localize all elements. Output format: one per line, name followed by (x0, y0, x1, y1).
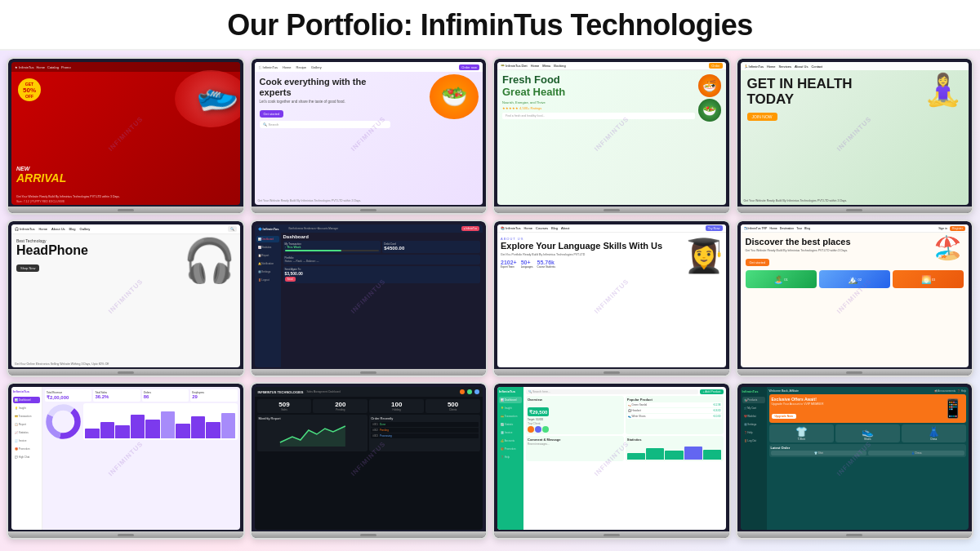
user-icon-10[interactable] (467, 389, 472, 394)
sidebar-products-12[interactable]: 🛍️ Products (742, 397, 765, 403)
sidebar-stats-9[interactable]: 📈 Statistics (13, 429, 40, 436)
nav-blog-8[interactable]: Blog (804, 227, 810, 230)
nav-announcements[interactable]: 📢 Announcements (934, 389, 956, 393)
shop-now-btn[interactable]: Shop Now (16, 264, 39, 272)
nav-home-5[interactable]: Home (38, 227, 47, 231)
stat-sales-val-10: 509 (259, 401, 310, 408)
sidebar-notification[interactable]: 🔔 Notification (256, 260, 279, 267)
get-started-btn-8[interactable]: Get started (746, 259, 770, 266)
stat-clients-val-10: 500 (427, 401, 479, 408)
sidebar-dashboard-11[interactable]: 📊 Dashboard (499, 397, 522, 403)
sidebar-settings[interactable]: ⚙️ Settings (256, 269, 279, 275)
send-btn[interactable]: Send (285, 277, 296, 282)
sidebar-cart-12[interactable]: 🛒 My Cart (742, 405, 765, 411)
food-search[interactable]: Find a fresh and healthy food... (502, 113, 695, 119)
get-started-btn[interactable]: Get started (260, 110, 284, 118)
nav-home-1[interactable]: Home (36, 65, 45, 69)
prod-12-1[interactable]: 👕 T-Shirt (769, 424, 834, 442)
nav-catalog-1[interactable]: Catalog (47, 65, 59, 69)
nav-blog-5[interactable]: Blog (69, 227, 76, 231)
search-placeholder-2: Search (269, 122, 279, 127)
pie-chart (45, 403, 82, 440)
sidebar-help-12[interactable]: ❓ Help (742, 429, 765, 436)
laptop-base-7 (494, 369, 729, 375)
sidebar-transaction-9[interactable]: 💳 Transaction (13, 413, 40, 420)
search-bar-2[interactable]: 🔍 Search (260, 121, 391, 128)
laptop-base-1 (8, 207, 243, 213)
portfolio-sub: Status: — Rank: — Balance: — (285, 260, 479, 263)
nav-courses-7[interactable]: Courses (536, 226, 548, 230)
nav-recipe-2[interactable]: Recipe (296, 65, 306, 69)
sidebar-promo-9[interactable]: 🎁 Promotion (13, 446, 40, 452)
vip-nav-buttons: 📢 Announcements ❓ Help (934, 389, 966, 393)
nav-about-5[interactable]: About Us (51, 227, 65, 231)
nav-home-8[interactable]: Home (769, 227, 777, 230)
nav-services-4[interactable]: Services (779, 64, 791, 69)
sales-main: 509 Sales 200 Pending 100 Holding (255, 397, 483, 454)
sidebar-invoice-11[interactable]: 🧾 Invoice (499, 429, 522, 436)
nav-brand-5: 🎧 InfiminTus (15, 227, 34, 231)
sidebar-invoice-9[interactable]: 🧾 Invoice (13, 438, 40, 444)
prod-12-2[interactable]: 👟 Shoes (835, 424, 900, 442)
sidebar-logout[interactable]: 🚪 Logout (256, 277, 279, 283)
prod-12-3[interactable]: 👗 Dress (902, 424, 966, 442)
settings-icon-10[interactable] (474, 389, 479, 394)
sidebar-transaction-11[interactable]: 💳 Transaction (499, 413, 522, 420)
popular-title: Popular Product (627, 398, 722, 402)
nav-about-7[interactable]: About (561, 226, 569, 230)
nav-signin-8[interactable]: Sign in (938, 227, 947, 230)
sidebar-stats-11[interactable]: 📈 Statistic (499, 421, 522, 428)
sidebar-statistics[interactable]: 📈 Statistics (256, 244, 279, 251)
nav-home-4[interactable]: Home (767, 64, 776, 69)
sidebar-wishlist-12[interactable]: ❤️ Wishlist (742, 413, 765, 420)
nav-menu-3[interactable]: Menu (542, 64, 550, 68)
register-btn-8[interactable]: Register (950, 226, 965, 231)
sidebar-insight-9[interactable]: 💡 Insight (13, 405, 40, 411)
nav-home-7[interactable]: Home (523, 226, 532, 230)
sidebar-report-9[interactable]: 📋 Report (13, 421, 40, 428)
sidebar-logout-12[interactable]: 🚪 Log Out (742, 438, 765, 444)
cook-title: Cook everything with the experts (260, 77, 380, 98)
ecomm-search[interactable]: 🔍 Search here... (526, 389, 698, 394)
nav-brand-3: 🥗 InfiminTus Diet (501, 64, 528, 68)
nav-contact-4[interactable]: Contact (811, 64, 822, 69)
nav-home-2[interactable]: Home (283, 65, 292, 69)
sidebar-help-11[interactable]: ❓ Help (499, 454, 522, 460)
join-now-btn[interactable]: JOIN NOW (747, 113, 777, 121)
nav-gallery-2[interactable]: Gallery (311, 65, 322, 69)
search-icon-5[interactable]: 🔍 (228, 226, 237, 232)
nav-dest-8[interactable]: Destination (780, 227, 795, 230)
trial-btn-7[interactable]: Try Now (706, 225, 723, 231)
nav-gallery-5[interactable]: Gallery (80, 227, 91, 231)
sidebar-dashboard[interactable]: 📊 Dashboard (256, 236, 279, 242)
laptop-frame-6: 🔷 InfiminTus Bartholomew Henderson • Acc… (252, 221, 487, 375)
product-headset-name: 🎧 Headset (628, 409, 641, 412)
stat-revenue: Total Revenue ₹2,00,000 (45, 389, 91, 402)
cook-sub: Let's cook together and share the taste … (260, 100, 380, 104)
order-btn-3[interactable]: Order (709, 63, 722, 69)
sidebar-settings-12[interactable]: ⚙️ Settings (742, 421, 765, 428)
upgrade-now-btn[interactable]: Upgrade Now (772, 414, 797, 419)
sidebar-insight-11[interactable]: 💡 Insight (499, 405, 522, 411)
dash-notify-btn[interactable]: ● InfiminTus (461, 226, 479, 231)
nav-about-4[interactable]: About Us (795, 64, 808, 69)
nav-help[interactable]: ❓ Help (957, 389, 966, 393)
nav-blog-7[interactable]: Blog (551, 226, 558, 230)
nav-home-3[interactable]: Home (531, 64, 540, 68)
nav-booking-3[interactable]: Booking (554, 64, 565, 68)
add-product-btn[interactable]: + Add Product (700, 389, 723, 394)
bell-icon-10[interactable] (460, 389, 465, 394)
nav-promo-1[interactable]: Promo (61, 65, 71, 69)
sidebar-promo-11[interactable]: 🎁 Promotion (499, 446, 522, 452)
nav-tour-8[interactable]: Tour (796, 227, 802, 230)
laptop-base-11 (494, 531, 729, 538)
laptop-frame-3: 🥗 InfiminTus Diet Home Menu Booking Orde… (494, 59, 729, 213)
sidebar-accounts-11[interactable]: 💰 Accounts (499, 438, 522, 444)
order-now-btn[interactable]: Order now (459, 64, 479, 70)
sidebar-report[interactable]: 📋 Report (256, 252, 279, 259)
bar-2 (100, 422, 115, 439)
sidebar-dashboard-9[interactable]: 📊 Dashboard (13, 397, 40, 403)
lang-title: Explore Your Language Skills With Us (501, 241, 686, 251)
ecomm-top-row: Overview ₹29,500 Target: 50,000 Top Clie… (526, 396, 724, 434)
sidebar-chat-9[interactable]: 💬 High Chat (13, 454, 40, 460)
